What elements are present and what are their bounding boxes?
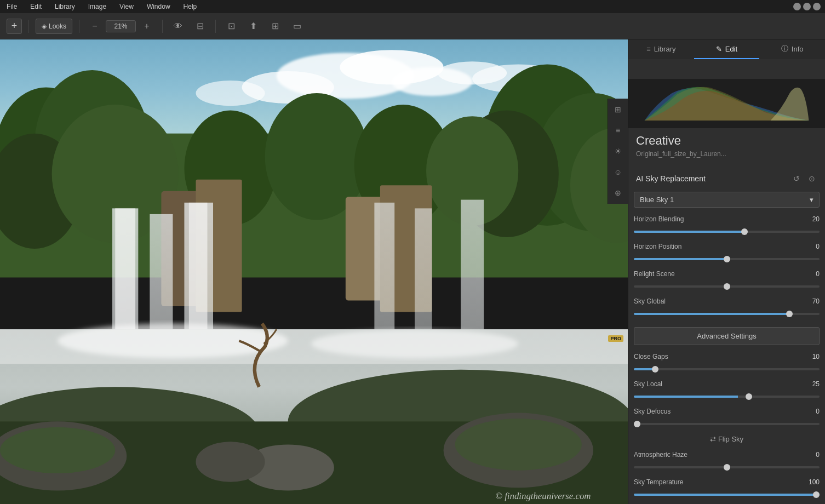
ai-sky-section: AI Sky Replacement ↺ ⊙ Blue Sky 1 ▾ Hori…: [628, 170, 825, 504]
sky-dropdown[interactable]: Blue Sky 1 ▾: [634, 192, 820, 208]
menu-file[interactable]: File: [4, 2, 19, 12]
crop-icon[interactable]: ⊡: [222, 18, 240, 35]
compare-icon[interactable]: ⊟: [191, 18, 209, 35]
horizon-blending-input[interactable]: [634, 231, 820, 233]
slider-label: Atmospheric Haze: [634, 451, 688, 459]
sky-temperature-input[interactable]: [634, 494, 820, 496]
slider-value: 10: [803, 353, 820, 360]
tab-library[interactable]: ≡ Library: [628, 39, 694, 59]
zoom-out-button[interactable]: −: [86, 18, 104, 35]
svg-text:© findingtheuniverse.com: © findingtheuniverse.com: [495, 491, 591, 501]
svg-point-46: [455, 419, 582, 471]
slider-header: Atmospheric Haze 0: [634, 451, 820, 459]
sky-global-slider: Sky Global 70: [634, 297, 820, 317]
menu-help[interactable]: Help: [181, 2, 199, 12]
right-panel: ≡ Library ✎ Edit ⓘ Info: [628, 39, 825, 504]
sun-icon[interactable]: ☀: [611, 145, 625, 158]
undo-button[interactable]: ↺: [791, 173, 802, 184]
svg-point-44: [196, 442, 265, 482]
slider-label: Sky Defocus: [634, 408, 671, 415]
slider-label: Close Gaps: [634, 353, 668, 360]
add-button[interactable]: +: [7, 19, 22, 34]
relight-scene-slider: Relight Scene 0: [634, 270, 820, 290]
slider-container: [634, 363, 820, 373]
toolbar: + ◈ Looks − 21% + 👁 ⊟ ⊡ ⬆ ⊞ ▭: [0, 13, 825, 39]
flip-icon: ⇄: [710, 435, 716, 443]
frame-icon[interactable]: ▭: [288, 18, 306, 35]
sky-local-input[interactable]: [634, 396, 820, 398]
divider-3: [162, 20, 163, 33]
menu-edit[interactable]: Edit: [28, 2, 44, 12]
horizon-position-input[interactable]: [634, 258, 820, 260]
slider-container: [634, 461, 820, 471]
slider-container: [634, 390, 820, 400]
main-wrapper: © findingtheuniverse.com ⊞ ≡ ☀ ☺ ⊕ ≡ Lib…: [0, 39, 825, 504]
atmospheric-haze-input[interactable]: [634, 466, 820, 468]
window-controls: [793, 3, 821, 10]
svg-rect-27: [150, 214, 173, 341]
grid-icon[interactable]: ⊞: [266, 18, 284, 35]
sky-defocus-input[interactable]: [634, 423, 820, 425]
slider-header: Close Gaps 10: [634, 353, 820, 360]
info-label: Info: [792, 45, 804, 53]
panel-subtitle: Original_full_size_by_Lauren...: [636, 150, 817, 158]
close-button[interactable]: [813, 3, 821, 10]
panel-header: Creative Original_full_size_by_Lauren...: [628, 128, 825, 170]
slider-header: Sky Temperature 100: [634, 478, 820, 486]
menu-view[interactable]: View: [117, 2, 136, 12]
histogram-chart: [632, 82, 822, 123]
zoom-control: − 21% +: [86, 18, 156, 35]
tab-info[interactable]: ⓘ Info: [759, 39, 825, 59]
tab-bar: ≡ Library ✎ Edit ⓘ Info: [628, 39, 825, 59]
slider-header: Sky Defocus 0: [634, 408, 820, 415]
photo-scene: © findingtheuniverse.com: [0, 39, 628, 504]
export-icon[interactable]: ⬆: [244, 18, 262, 35]
svg-point-45: [0, 427, 115, 473]
ai-sky-header: AI Sky Replacement ↺ ⊙: [634, 170, 820, 187]
menu-bar: File Edit Library Image View Window Help: [0, 0, 825, 13]
edit-icon: ✎: [716, 45, 722, 53]
slider-header: Horizon Position 0: [634, 243, 820, 250]
globe-icon[interactable]: ⊕: [611, 186, 625, 199]
slider-header: Sky Global 70: [634, 297, 820, 305]
face-icon[interactable]: ☺: [611, 165, 625, 179]
slider-header: Sky Local 25: [634, 380, 820, 388]
slider-value: 0: [803, 270, 820, 278]
divider-1: [28, 20, 29, 33]
divider-2: [79, 20, 79, 33]
menu-window[interactable]: Window: [145, 2, 173, 12]
horizon-blending-slider: Horizon Blending 20: [634, 215, 820, 235]
slider-label: Sky Temperature: [634, 478, 684, 486]
close-gaps-input[interactable]: [634, 368, 820, 370]
slider-label: Sky Global: [634, 297, 666, 305]
minimize-button[interactable]: [793, 3, 801, 10]
horizon-position-slider: Horizon Position 0: [634, 243, 820, 262]
advanced-settings-button[interactable]: Advanced Settings: [634, 327, 820, 345]
maximize-button[interactable]: [803, 3, 811, 10]
menu-image[interactable]: Image: [86, 2, 108, 12]
ai-sky-title: AI Sky Replacement: [636, 174, 706, 183]
zoom-in-button[interactable]: +: [138, 18, 156, 35]
slider-label: Horizon Position: [634, 243, 681, 250]
toggle-button[interactable]: ⊙: [806, 173, 817, 184]
right-edge-panel: ⊞ ≡ ☀ ☺ ⊕: [608, 99, 628, 204]
flip-sky-button[interactable]: ⇄ Flip Sky: [710, 435, 743, 443]
sliders-icon[interactable]: ≡: [611, 124, 625, 137]
slider-value: 25: [803, 380, 820, 388]
zoom-value: 21%: [106, 20, 136, 32]
looks-label: Looks: [49, 22, 66, 30]
slider-label: Relight Scene: [634, 270, 675, 278]
looks-button[interactable]: ◈ Looks: [36, 19, 72, 34]
preview-icon[interactable]: 👁: [169, 18, 187, 35]
slider-value: 0: [803, 451, 820, 459]
section-actions: ↺ ⊙: [791, 173, 817, 184]
sky-global-input[interactable]: [634, 313, 820, 315]
svg-rect-37: [0, 329, 628, 364]
dropdown-arrow-icon: ▾: [810, 196, 813, 204]
atmospheric-haze-slider: Atmospheric Haze 0: [634, 451, 820, 471]
slider-container: [634, 225, 820, 235]
relight-scene-input[interactable]: [634, 285, 820, 288]
layers-icon[interactable]: ⊞: [611, 103, 625, 116]
tab-edit[interactable]: ✎ Edit: [694, 39, 760, 59]
menu-library[interactable]: Library: [53, 2, 77, 12]
